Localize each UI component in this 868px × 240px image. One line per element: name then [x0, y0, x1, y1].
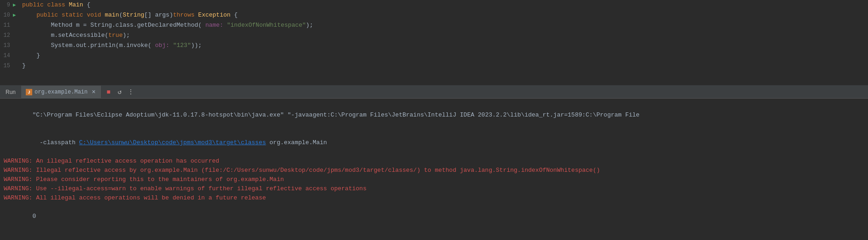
result-value: 0 [32, 213, 36, 220]
cmd-line-1: "C:\Program Files\Eclipse Adoptium\jdk-1… [4, 101, 864, 129]
line-number: 15 [0, 61, 13, 71]
tab-close-icon[interactable]: × [92, 88, 95, 96]
run-toolbar: Run J org.example.Main × ■ ↺ ⋮ [0, 86, 868, 99]
toolbar-icons: ■ ↺ ⋮ [101, 87, 139, 97]
code-content: System.out.println(m.invoke( obj: "123")… [20, 41, 868, 51]
code-content: public class Main { [20, 0, 868, 10]
warning-line: WARNING: Illegal reflective access by or… [4, 166, 864, 175]
cmd-classpath-label: -classpath [32, 139, 79, 146]
cmd-classpath-suffix: org.example.Main [266, 139, 327, 146]
line-number: 12 [0, 30, 13, 41]
line-number: 9 [0, 0, 13, 10]
code-line: 14 } [0, 51, 868, 61]
warning-line: WARNING: All illegal access operations w… [4, 193, 864, 203]
code-content: m.setAccessible(true); [20, 30, 868, 41]
result-line: 0 [4, 203, 864, 230]
code-content: Method m = String.class.getDeclaredMetho… [20, 20, 868, 30]
warning-line: WARNING: Please consider reporting this … [4, 175, 864, 184]
warning-lines: WARNING: An illegal reflective access op… [4, 157, 864, 203]
editor-area: 9▶public class Main {10▶ public static v… [0, 0, 868, 85]
warning-line: WARNING: An illegal reflective access op… [4, 157, 864, 166]
run-arrow[interactable]: ▶ [13, 10, 20, 20]
tab-file-icon: J [26, 89, 32, 95]
run-tab[interactable]: J org.example.Main × [21, 86, 101, 99]
code-content: } [20, 51, 868, 61]
cmd-line-2: -classpath C:\Users\sunwu\Desktop\code\j… [4, 129, 864, 157]
code-line: 12 m.setAccessible(true); [0, 30, 868, 41]
code-line: 11 Method m = String.class.getDeclaredMe… [0, 20, 868, 30]
warning-line: WARNING: Use --illegal-access=warn to en… [4, 184, 864, 193]
line-number: 14 [0, 51, 13, 61]
tab-name: org.example.Main [35, 89, 87, 95]
code-line: 13 System.out.println(m.invoke( obj: "12… [0, 41, 868, 51]
cmd-classpath-path[interactable]: C:\Users\sunwu\Desktop\code\jpms\mod3\ta… [79, 139, 266, 146]
rerun-button[interactable]: ↺ [115, 87, 125, 97]
cmd-prefix: "C:\Program Files\Eclipse Adoptium\jdk-1… [32, 111, 639, 118]
line-number: 13 [0, 41, 13, 51]
stop-button[interactable]: ■ [104, 87, 114, 97]
code-content: public static void main(String[] args)th… [20, 10, 868, 20]
main-layout: 9▶public class Main {10▶ public static v… [0, 0, 868, 240]
code-content: } [20, 61, 868, 71]
output-area: "C:\Program Files\Eclipse Adoptium\jdk-1… [0, 99, 868, 240]
run-label: Run [0, 89, 21, 95]
output-section: Run J org.example.Main × ■ ↺ ⋮ "C:\Progr… [0, 86, 868, 240]
more-button[interactable]: ⋮ [126, 87, 136, 97]
run-arrow[interactable]: ▶ [13, 0, 20, 10]
code-line: 9▶public class Main { [0, 0, 868, 10]
line-number: 11 [0, 20, 13, 30]
code-line: 15} [0, 61, 868, 71]
code-line: 10▶ public static void main(String[] arg… [0, 10, 868, 20]
line-number: 10 [0, 10, 13, 20]
